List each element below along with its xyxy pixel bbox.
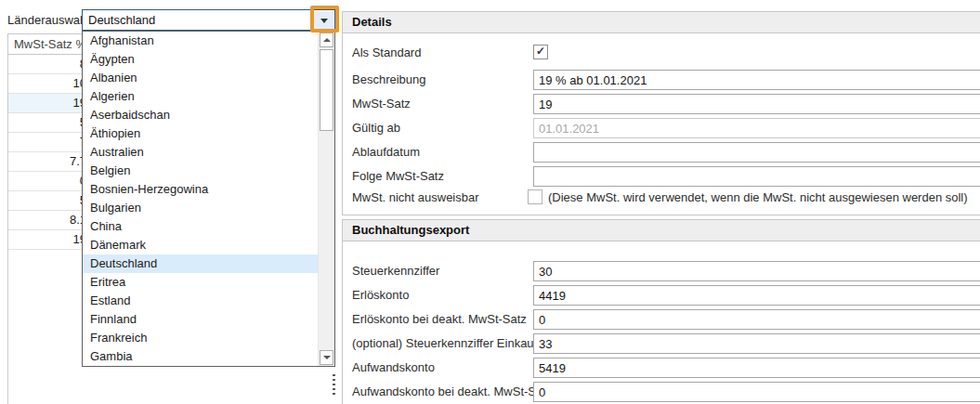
mwst-rate-row[interactable]: 5 — [8, 191, 90, 211]
gueltig-ab-label: Gültig ab — [352, 118, 400, 138]
aufwandskonto-deakt-input[interactable] — [533, 382, 980, 402]
country-option[interactable]: Belgien — [83, 162, 334, 180]
mwst-rates-column-header[interactable]: MwSt-Satz % — [8, 34, 90, 55]
ablaufdatum-label: Ablaufdatum — [352, 142, 420, 163]
scrollbar-thumb[interactable] — [320, 49, 333, 131]
erloeskonto-deakt-label: Erlöskonto bei deakt. MwSt-Satz — [352, 309, 527, 330]
erloeskonto-label: Erlöskonto — [352, 285, 409, 306]
country-option[interactable]: Finnland — [83, 310, 334, 329]
dropdown-scrollbar[interactable] — [318, 32, 334, 366]
erloeskonto-deakt-input[interactable] — [533, 309, 980, 330]
mwst-rate-row[interactable]: 7 — [8, 133, 90, 152]
mwst-settings-screen: Länderauswahl Deutschland MwSt-Satz % 81… — [0, 0, 980, 404]
aufwandskonto-deakt-label: Aufwandskonto bei deakt. MwSt-Satz — [352, 382, 552, 402]
mwst-rate-row[interactable]: 19 — [8, 94, 90, 113]
country-option[interactable]: Afghanistan — [83, 32, 334, 50]
mwst-rate-row[interactable]: 10 — [8, 74, 90, 94]
scroll-down-button[interactable] — [320, 350, 333, 365]
mwst-rate-row[interactable]: 19 — [8, 230, 90, 250]
scroll-up-button[interactable] — [320, 33, 333, 47]
mwst-rate-row[interactable]: 5 — [8, 113, 90, 133]
country-option[interactable]: Bulgarien — [83, 199, 334, 217]
folge-mwst-satz-input[interactable] — [533, 166, 980, 187]
country-option[interactable]: Äthiopien — [83, 124, 334, 143]
chevron-down-icon — [320, 19, 328, 23]
mwst-nicht-ausweisbar-label: MwSt. nicht ausweisbar — [352, 188, 479, 208]
als-standard-label: Als Standard — [352, 43, 421, 63]
steuerkennziffer-einkauf-label: (optional) Steuerkennziffer Einkauf — [352, 333, 537, 354]
chevron-up-icon — [323, 38, 331, 42]
details-section-title: Details — [343, 12, 980, 33]
country-option[interactable]: Algerien — [83, 87, 334, 106]
steuerkennziffer-input[interactable] — [533, 261, 980, 281]
country-dropdown-list: AfghanistanÄgyptenAlbanienAlgerienAserba… — [83, 32, 334, 366]
country-option[interactable]: Albanien — [83, 69, 334, 87]
country-option[interactable]: China — [83, 217, 334, 236]
mwst-satz-label: MwSt-Satz — [352, 94, 411, 114]
country-option[interactable]: Australien — [83, 143, 334, 162]
country-option[interactable]: Gambia — [83, 347, 334, 366]
country-option[interactable]: Ägypten — [83, 50, 334, 69]
folge-mwst-satz-label: Folge MwSt-Satz — [352, 166, 444, 187]
mwst-rate-row[interactable]: 8 — [8, 55, 90, 74]
country-option[interactable]: Dänemark — [83, 236, 334, 254]
gueltig-ab-input — [533, 118, 980, 138]
country-option[interactable]: Bosnien-Herzegowina — [83, 180, 334, 199]
country-combobox-value: Deutschland — [88, 10, 155, 30]
beschreibung-label: Beschreibung — [352, 70, 426, 90]
country-option[interactable]: Frankreich — [83, 329, 334, 347]
checkmark-icon: ✓ — [534, 46, 547, 58]
mwst-nicht-ausweisbar-checkbox[interactable] — [528, 189, 542, 204]
aufwandskonto-label: Aufwandskonto — [352, 358, 435, 378]
country-select-label: Länderauswahl — [7, 9, 89, 31]
buchhaltungsexport-section: Buchhaltungsexport Steuerkennziffer Erlö… — [342, 219, 980, 404]
panel-splitter-grip[interactable] — [333, 374, 335, 396]
mwst-nicht-ausweisbar-note: (Diese MwSt. wird verwendet, wenn die Mw… — [548, 189, 968, 206]
country-option[interactable]: Deutschland — [83, 254, 334, 273]
aufwandskonto-input[interactable] — [533, 358, 980, 378]
country-option[interactable]: Eritrea — [83, 273, 334, 292]
country-combobox[interactable]: Deutschland — [82, 9, 335, 31]
mwst-rate-row[interactable]: 7.7 — [8, 152, 90, 172]
mwst-rate-row[interactable]: 8.1 — [8, 211, 90, 230]
mwst-satz-input[interactable] — [533, 94, 980, 114]
buchhaltungsexport-section-title: Buchhaltungsexport — [343, 220, 980, 241]
beschreibung-input[interactable] — [533, 70, 980, 90]
details-section: Details Als Standard ✓ Beschreibung MwSt… — [342, 11, 980, 215]
mwst-rate-row[interactable]: 0 — [8, 172, 90, 191]
steuerkennziffer-einkauf-input[interactable] — [533, 333, 980, 354]
country-dropdown-popup: AfghanistanÄgyptenAlbanienAlgerienAserba… — [82, 31, 335, 367]
als-standard-checkbox[interactable]: ✓ — [533, 45, 548, 59]
erloeskonto-input[interactable] — [533, 285, 980, 306]
country-option[interactable]: Estland — [83, 292, 334, 310]
combobox-dropdown-button[interactable] — [314, 11, 333, 29]
chevron-down-icon — [323, 356, 331, 359]
ablaufdatum-input[interactable] — [533, 142, 980, 163]
country-option[interactable]: Aserbaidschan — [83, 106, 334, 124]
steuerkennziffer-label: Steuerkennziffer — [352, 261, 439, 281]
